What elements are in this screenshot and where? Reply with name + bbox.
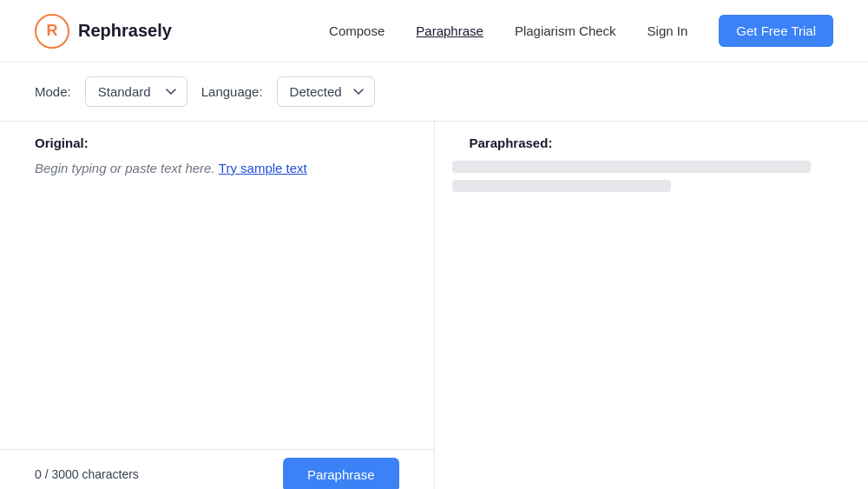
logo-area: R Rephrasely <box>35 14 172 49</box>
left-pane: Original: Begin typing or paste text her… <box>0 122 435 489</box>
original-text-area[interactable]: Begin typing or paste text here. Try sam… <box>0 157 434 489</box>
skeleton-line-2 <box>452 180 672 192</box>
language-select[interactable]: Detected English Spanish French German <box>277 76 375 107</box>
header: R Rephrasely Compose Paraphrase Plagiari… <box>0 0 868 63</box>
paraphrased-header: Paraphrased: <box>435 122 869 157</box>
sample-text-link[interactable]: Try sample text <box>219 161 307 175</box>
free-trial-button[interactable]: Get Free Trial <box>719 15 833 47</box>
bottom-bar: 0 / 3000 characters Paraphrase <box>0 449 434 489</box>
mode-select[interactable]: Standard Fluency Simple Creative Formal … <box>85 76 187 107</box>
language-label: Language: <box>201 84 263 99</box>
logo-icon: R <box>35 14 69 49</box>
original-header: Original: <box>0 122 434 157</box>
skeleton-line-1 <box>452 161 812 173</box>
toolbar: Mode: Standard Fluency Simple Creative F… <box>0 63 868 122</box>
placeholder-text: Begin typing or paste text here. Try sam… <box>35 161 307 175</box>
main-nav: Compose Paraphrase Plagiarism Check Sign… <box>329 15 833 47</box>
mode-label: Mode: <box>35 84 71 99</box>
nav-sign-in[interactable]: Sign In <box>648 23 688 38</box>
nav-plagiarism-check[interactable]: Plagiarism Check <box>515 23 616 38</box>
nav-compose[interactable]: Compose <box>329 23 385 38</box>
paraphrase-button[interactable]: Paraphrase <box>283 458 399 490</box>
char-count: 0 / 3000 characters <box>35 467 139 481</box>
main-content: Original: Begin typing or paste text her… <box>0 122 868 489</box>
skeleton-placeholder <box>435 161 869 199</box>
right-pane: Paraphrased: <box>435 122 869 489</box>
nav-paraphrase[interactable]: Paraphrase <box>416 23 483 38</box>
logo-name: Rephrasely <box>78 21 172 41</box>
